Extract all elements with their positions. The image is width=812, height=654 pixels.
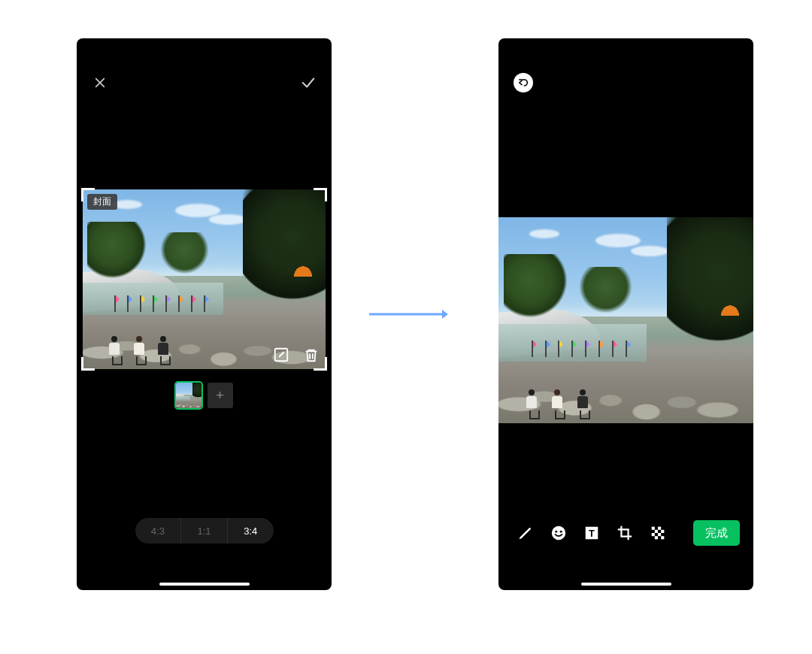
- text-tool-icon[interactable]: T: [583, 524, 601, 542]
- svg-rect-11: [661, 530, 664, 533]
- edit-cover-icon[interactable]: [271, 345, 291, 365]
- svg-rect-10: [655, 530, 658, 533]
- close-icon[interactable]: [90, 73, 110, 92]
- ratio-3-4[interactable]: 3:4: [228, 518, 274, 543]
- add-photo-button[interactable]: +: [208, 383, 233, 408]
- svg-rect-14: [655, 536, 658, 539]
- svg-text:T: T: [589, 528, 595, 539]
- svg-rect-15: [661, 536, 664, 539]
- cover-photo: [83, 189, 326, 369]
- svg-rect-13: [658, 533, 661, 536]
- undo-button[interactable]: [514, 73, 533, 92]
- transition-arrow-icon: [369, 309, 448, 319]
- mosaic-tool-icon[interactable]: [649, 524, 667, 542]
- svg-rect-8: [652, 527, 655, 530]
- cover-overlay-actions: [271, 345, 321, 365]
- crop-frame[interactable]: 封面: [83, 189, 326, 369]
- thumbnail-1[interactable]: [176, 383, 201, 408]
- edit-photo[interactable]: [498, 217, 753, 423]
- svg-rect-9: [658, 527, 661, 530]
- crop-cover-screen: 封面 + 4:3 1:1 3:4: [77, 38, 332, 590]
- crop-tool-icon[interactable]: [616, 524, 634, 542]
- photo-edit-screen: T 完成: [498, 38, 753, 590]
- done-button[interactable]: 完成: [693, 520, 740, 546]
- ratio-1-1[interactable]: 1:1: [181, 518, 228, 543]
- home-indicator[interactable]: [581, 583, 671, 586]
- svg-rect-12: [652, 533, 655, 536]
- crop-handle-tr[interactable]: [314, 188, 327, 201]
- confirm-icon[interactable]: [298, 73, 318, 92]
- thumbnail-strip: +: [77, 383, 332, 408]
- draw-tool-icon[interactable]: [517, 524, 535, 542]
- crop-handle-bl[interactable]: [81, 357, 95, 371]
- svg-point-5: [560, 531, 562, 533]
- ratio-4-3[interactable]: 4:3: [135, 518, 182, 543]
- plus-icon: +: [216, 388, 224, 404]
- emoji-tool-icon[interactable]: [550, 524, 568, 542]
- edit-toolbar: T 完成: [498, 512, 753, 554]
- aspect-ratio-selector: 4:3 1:1 3:4: [135, 518, 274, 543]
- home-indicator[interactable]: [159, 583, 250, 586]
- svg-marker-2: [442, 310, 448, 319]
- delete-cover-icon[interactable]: [301, 345, 321, 365]
- svg-point-4: [555, 531, 557, 533]
- cover-tag: 封面: [87, 194, 117, 210]
- svg-point-3: [552, 526, 565, 540]
- crop-topbar: [77, 73, 332, 92]
